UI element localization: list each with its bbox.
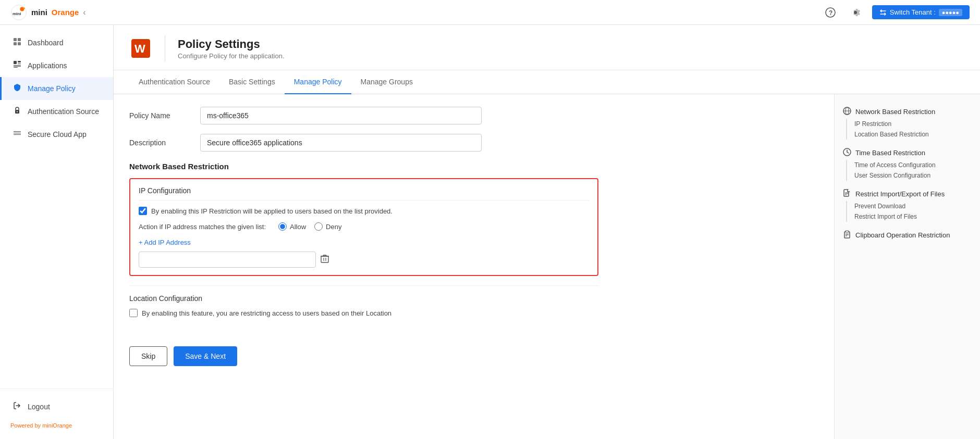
toc-section-network: Network Based Restriction IP Restriction… — [843, 105, 972, 140]
ip-allow-option[interactable]: Allow — [278, 222, 306, 231]
svg-rect-15 — [14, 67, 18, 68]
toc-import-export-title: Restrict Import/Export of Files — [843, 187, 972, 201]
skip-button[interactable]: Skip — [129, 346, 167, 366]
svg-rect-23 — [321, 256, 328, 262]
toc-sidebar: Network Based Restriction IP Restriction… — [834, 94, 980, 439]
toc-restrict-import[interactable]: Restrict Import of Files — [846, 211, 972, 222]
policy-name-row: Policy Name — [129, 107, 818, 124]
footer-bar: Skip Save & Next — [129, 338, 818, 374]
location-checkbox-label: By enabling this feature, you are restri… — [142, 309, 391, 317]
toc-file-icon — [843, 189, 851, 199]
form-content: Policy Name Description Network Based Re… — [114, 94, 980, 439]
trash-icon — [320, 254, 329, 264]
svg-text:?: ? — [829, 9, 832, 17]
add-ip-address-link[interactable]: + Add IP Address — [139, 239, 191, 246]
sidebar-item-secure-cloud-app-label: Secure Cloud App — [28, 130, 87, 139]
ip-checkbox-label: By enabling this IP Restriction will be … — [151, 207, 393, 215]
tab-manage-groups[interactable]: Manage Groups — [351, 70, 422, 94]
tab-authentication-source[interactable]: Authentication Source — [129, 70, 219, 94]
manage-policy-icon — [12, 83, 22, 94]
ip-configuration-box: IP Configuration By enabling this IP Res… — [129, 178, 598, 276]
app-logo: W — [129, 37, 152, 60]
sidebar-item-dashboard[interactable]: Dashboard — [0, 31, 113, 54]
description-label: Description — [129, 139, 192, 147]
location-restriction-checkbox[interactable] — [129, 309, 138, 317]
app-header: W Policy Settings Configure Policy for t… — [114, 25, 980, 70]
top-header: mini miniOrange ‹ ? Switch Tenant : ●●●●… — [0, 0, 980, 25]
svg-point-3 — [23, 7, 25, 9]
settings-button[interactable] — [847, 4, 864, 21]
toc-time-icon — [843, 148, 851, 158]
toc-prevent-download[interactable]: Prevent Download — [846, 201, 972, 211]
sidebar-item-manage-policy[interactable]: Manage Policy — [0, 77, 113, 100]
delete-ip-button[interactable] — [320, 254, 329, 266]
logo-mini: mini — [31, 8, 47, 17]
powered-by: Powered by miniOrange — [0, 418, 113, 433]
app-divider — [165, 35, 165, 61]
tab-manage-policy[interactable]: Manage Policy — [285, 70, 351, 94]
app-title: Policy Settings — [178, 37, 285, 51]
toc-location-restriction[interactable]: Location Based Restriction — [846, 129, 972, 140]
toc-section-time: Time Based Restriction Time of Access Co… — [843, 146, 972, 181]
toc-user-session[interactable]: User Session Configuration — [846, 170, 972, 181]
location-checkbox-row: By enabling this feature, you are restri… — [129, 309, 598, 317]
sidebar-item-authentication-source-label: Authentication Source — [28, 107, 99, 116]
sidebar-item-logout[interactable]: Logout — [0, 395, 113, 418]
network-restriction-title: Network Based Restriction — [129, 162, 818, 171]
ip-input-row — [139, 252, 589, 268]
location-config-title: Location Configuration — [129, 294, 598, 303]
svg-text:mini: mini — [13, 11, 21, 16]
svg-rect-9 — [18, 42, 21, 45]
applications-icon — [12, 60, 22, 71]
sidebar-item-secure-cloud-app[interactable]: Secure Cloud App — [0, 123, 113, 146]
ip-allow-label: Allow — [290, 223, 306, 231]
logo-area: mini miniOrange ‹ — [10, 4, 86, 21]
ip-address-input[interactable] — [139, 252, 316, 268]
sidebar-bottom: Logout Powered by miniOrange — [0, 388, 113, 439]
help-button[interactable]: ? — [822, 4, 839, 21]
office365-logo-icon: W — [130, 38, 151, 59]
save-next-button[interactable]: Save & Next — [174, 346, 237, 366]
toc-section-clipboard: Clipboard Operation Restriction — [843, 228, 972, 242]
sidebar-toggle-button[interactable]: ‹ — [83, 8, 85, 17]
sidebar-item-logout-label: Logout — [28, 403, 50, 411]
tab-basic-settings[interactable]: Basic Settings — [219, 70, 285, 94]
svg-rect-6 — [14, 38, 17, 41]
toc-time-title: Time Based Restriction — [843, 146, 972, 160]
svg-text:W: W — [134, 42, 145, 55]
sidebar-item-dashboard-label: Dashboard — [28, 39, 64, 47]
svg-rect-10 — [14, 61, 17, 64]
toc-ip-restriction[interactable]: IP Restriction — [846, 119, 972, 129]
ip-allow-radio[interactable] — [278, 222, 287, 231]
sidebar-item-applications[interactable]: Applications — [0, 54, 113, 77]
ip-deny-option[interactable]: Deny — [314, 222, 341, 231]
sidebar-nav: Dashboard Applications — [0, 25, 113, 388]
form-main: Policy Name Description Network Based Re… — [114, 94, 834, 439]
ip-config-title: IP Configuration — [139, 186, 589, 200]
ip-deny-radio[interactable] — [314, 222, 323, 231]
gear-icon — [850, 7, 861, 18]
policy-name-input[interactable] — [200, 107, 482, 124]
sidebar-item-authentication-source[interactable]: Authentication Source — [0, 100, 113, 123]
svg-rect-12 — [18, 64, 21, 64]
toc-time-access[interactable]: Time of Access Configuration — [846, 160, 972, 170]
toc-clipboard-title: Clipboard Operation Restriction — [843, 228, 972, 242]
ip-restriction-checkbox[interactable] — [139, 207, 147, 215]
ip-deny-label: Deny — [326, 223, 341, 231]
header-right: ? Switch Tenant : ●●●●● — [822, 4, 970, 21]
svg-rect-20 — [14, 134, 21, 135]
ip-checkbox-row: By enabling this IP Restriction will be … — [139, 207, 589, 215]
description-input[interactable] — [200, 134, 482, 152]
switch-tenant-button[interactable]: Switch Tenant : ●●●●● — [872, 5, 970, 19]
sidebar-item-applications-label: Applications — [28, 61, 67, 70]
svg-rect-7 — [18, 38, 21, 41]
toc-network-icon — [843, 107, 851, 117]
dashboard-icon — [12, 37, 22, 48]
svg-rect-18 — [14, 131, 21, 132]
svg-rect-8 — [14, 42, 17, 45]
svg-line-32 — [847, 152, 849, 153]
logo-orange: Orange — [52, 8, 79, 17]
app-title-area: Policy Settings Configure Policy for the… — [178, 37, 285, 60]
svg-point-2 — [20, 7, 24, 11]
main-layout: Dashboard Applications — [0, 25, 980, 439]
